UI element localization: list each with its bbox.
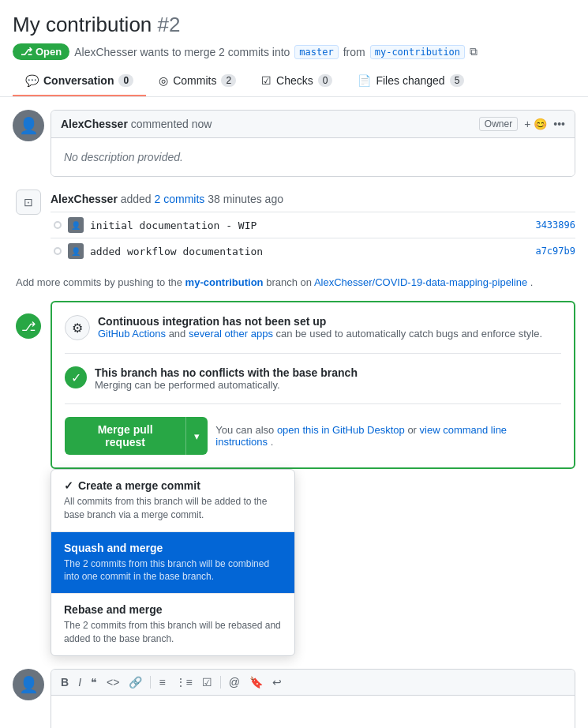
- merge-pull-request-button[interactable]: Merge pull request: [65, 417, 185, 455]
- info-middle: branch on: [266, 276, 314, 288]
- merge-alt-text: You can also open this in GitHub Desktop…: [215, 424, 561, 448]
- merge-commit-title: Create a merge commit: [78, 479, 200, 492]
- checks-icon: ☑: [261, 74, 272, 87]
- tab-files-changed[interactable]: 📄 Files changed 5: [345, 66, 477, 96]
- tab-conversation[interactable]: 💬 Conversation 0: [13, 66, 146, 96]
- conversation-icon: 💬: [25, 74, 39, 87]
- info-text: Add more commits by pushing to the my-co…: [13, 276, 575, 288]
- commits-timeline-event: ⊡ AlexChesser added 2 commits 38 minutes…: [13, 190, 575, 264]
- page-header: My contribution #2 ⎇ Open AlexChesser wa…: [0, 0, 588, 66]
- commit-message-1[interactable]: initial documentation - WIP: [90, 220, 529, 231]
- target-branch[interactable]: master: [294, 45, 338, 59]
- tab-commits-count: 2: [221, 74, 236, 87]
- italic-button[interactable]: I: [75, 674, 84, 690]
- bold-button[interactable]: B: [58, 674, 72, 690]
- ci-symbol: ⚙: [72, 321, 83, 336]
- info-repo-link[interactable]: AlexChesser/COVID-19-data-mapping-pipeli…: [314, 276, 527, 288]
- from-text: from: [343, 46, 365, 58]
- check-icon: ✓: [65, 366, 87, 388]
- link-button[interactable]: 🔗: [125, 674, 145, 690]
- open-github-desktop-link[interactable]: open this in GitHub Desktop: [277, 424, 405, 436]
- reply-button[interactable]: ↩: [269, 674, 285, 690]
- toolbar-sep-1: [150, 676, 151, 689]
- commit-sha-2[interactable]: a7c97b9: [535, 246, 575, 257]
- tab-commits-label: Commits: [173, 74, 216, 87]
- rebase-merge-header: Rebase and merge: [64, 603, 282, 616]
- open-badge: ⎇ Open: [13, 43, 69, 60]
- code-button[interactable]: <>: [103, 674, 122, 690]
- event-action-word: added: [121, 193, 155, 205]
- pr-title-text: My contribution: [13, 13, 152, 36]
- merge-alt-prefix: You can also: [215, 424, 277, 436]
- squash-merge-option[interactable]: Squash and merge The 2 commits from this…: [51, 531, 294, 594]
- editor-toolbar: B I ❝ <> 🔗 ≡ ⋮≡ ☑ @ 🔖 ↩: [51, 670, 575, 696]
- commit-row-2: 👤 added workflow documentation a7c97b9: [51, 238, 575, 264]
- info-prefix: Add more commits by pushing to the: [16, 276, 185, 288]
- commit-message-2[interactable]: added workflow documentation: [90, 246, 529, 257]
- commit-sha-1[interactable]: 3433896: [535, 220, 575, 231]
- merge-options-dropdown: ✓ Create a merge commit All commits from…: [51, 469, 295, 656]
- merge-commit-option[interactable]: ✓ Create a merge commit All commits from…: [51, 470, 294, 531]
- tab-commits[interactable]: ◎ Commits 2: [146, 66, 249, 96]
- comment-block: 👤 AlexChesser commented now Owner + 😊 ••…: [13, 110, 575, 177]
- merge-box: ⚙ Continuous integration has not been se…: [51, 301, 575, 469]
- other-apps-link[interactable]: several other apps: [189, 328, 273, 340]
- github-actions-link[interactable]: GitHub Actions: [98, 328, 166, 340]
- commit-icon: ⊡: [16, 190, 41, 215]
- tab-files-label: Files changed: [376, 74, 444, 87]
- task-list-button[interactable]: ☑: [199, 674, 215, 690]
- avatar: 👤: [13, 110, 44, 141]
- comment-text: No description provided.: [64, 151, 183, 163]
- dropdown-wrapper: ✓ Create a merge commit All commits from…: [13, 469, 575, 656]
- ci-icon: ⚙: [65, 315, 90, 340]
- pr-title: My contribution #2: [13, 13, 575, 37]
- pr-number: #2: [158, 13, 181, 36]
- pr-description: AlexChesser wants to merge 2 commits int…: [74, 46, 290, 58]
- merge-commit-desc: All commits from this branch will be add…: [64, 495, 282, 522]
- add-emoji-button[interactable]: + 😊: [524, 118, 547, 130]
- merge-left-col: ⎇: [13, 301, 44, 469]
- copy-icon[interactable]: ⧉: [470, 45, 478, 58]
- comment-editor: B I ❝ <> 🔗 ≡ ⋮≡ ☑ @ 🔖 ↩ Attach files by …: [51, 669, 575, 728]
- reference-button[interactable]: 🔖: [246, 674, 266, 690]
- merge-alt-middle: or: [407, 424, 419, 436]
- commit-list: 👤 initial documentation - WIP 3433896 👤 …: [51, 212, 575, 264]
- commit-dot-2: [54, 247, 62, 255]
- quote-button[interactable]: ❝: [88, 674, 100, 690]
- commit-avatar-2: 👤: [68, 243, 84, 259]
- owner-badge: Owner: [479, 117, 518, 131]
- no-conflict-text: This branch has no conflicts with the ba…: [95, 366, 358, 391]
- comment-author[interactable]: AlexChesser: [61, 118, 128, 130]
- comment-body: No description provided.: [51, 138, 575, 176]
- info-branch-link[interactable]: my-contribution: [185, 276, 264, 288]
- editor-body[interactable]: [51, 696, 575, 728]
- tab-checks[interactable]: ☑ Checks 0: [249, 66, 345, 96]
- event-timestamp: 38 minutes ago: [208, 193, 283, 205]
- commits-icon: ◎: [159, 74, 168, 87]
- ci-desc-suffix: can be used to automatically catch bugs …: [276, 328, 542, 340]
- source-branch[interactable]: my-contribution: [370, 45, 465, 59]
- event-user[interactable]: AlexChesser: [51, 193, 118, 205]
- ordered-list-button[interactable]: ⋮≡: [172, 674, 196, 690]
- tab-files-count: 5: [450, 74, 465, 87]
- tab-checks-count: 0: [318, 74, 333, 87]
- merge-alt-suffix: .: [271, 436, 274, 448]
- more-options-button[interactable]: •••: [553, 118, 565, 130]
- event-count[interactable]: 2 commits: [155, 193, 205, 205]
- no-conflict-title: This branch has no conflicts with the ba…: [95, 366, 358, 379]
- ci-desc-middle: and: [169, 328, 189, 340]
- mention-button[interactable]: @: [226, 674, 243, 690]
- rebase-merge-option[interactable]: Rebase and merge The 2 commits from this…: [51, 593, 294, 655]
- pr-subtitle: ⎇ Open AlexChesser wants to merge 2 comm…: [13, 43, 575, 60]
- unordered-list-button[interactable]: ≡: [155, 674, 168, 690]
- merge-btn-group: Merge pull request ▾: [65, 417, 208, 455]
- timeline-content: AlexChesser added 2 commits 38 minutes a…: [51, 190, 575, 264]
- ci-row: ⚙ Continuous integration has not been se…: [65, 315, 561, 354]
- ci-text: Continuous integration has not been set …: [98, 315, 542, 340]
- merge-dropdown-button[interactable]: ▾: [185, 417, 208, 455]
- bottom-comment-section: 👤 B I ❝ <> 🔗 ≡ ⋮≡ ☑ @ 🔖 ↩ Attach files: [13, 669, 575, 728]
- squash-merge-header: Squash and merge: [64, 542, 282, 554]
- comment-author-line: AlexChesser commented now: [61, 118, 212, 130]
- dropdown-spacer: [13, 469, 44, 656]
- rebase-merge-desc: The 2 commits from this branch will be r…: [64, 619, 282, 646]
